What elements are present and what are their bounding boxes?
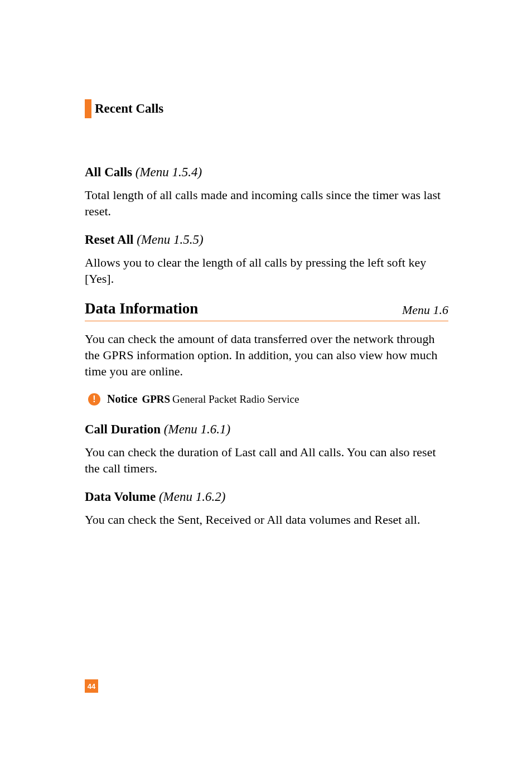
notice-icon: !: [88, 393, 100, 405]
notice-description: General Packet Radio Service: [172, 393, 299, 405]
section-menu: Menu 1.6: [402, 303, 448, 317]
page: Recent Calls All Calls (Menu 1.5.4) Tota…: [0, 0, 532, 758]
body-all-calls: Total length of all calls made and incom…: [85, 187, 448, 219]
header-accent-bar: [85, 99, 91, 118]
header-title: Recent Calls: [95, 102, 163, 116]
heading-menu-ref: (Menu 1.5.5): [137, 233, 203, 247]
body-data-information: You can check the amount of data transfe…: [85, 331, 448, 379]
heading-data-volume: Data Volume (Menu 1.6.2): [85, 490, 448, 504]
heading-text: All Calls: [85, 165, 132, 179]
section-rule-data-information: Data Information Menu 1.6: [85, 300, 448, 321]
body-data-volume: You can check the Sent, Received or All …: [85, 512, 448, 528]
heading-call-duration: Call Duration (Menu 1.6.1): [85, 422, 448, 437]
heading-all-calls: All Calls (Menu 1.5.4): [85, 165, 448, 180]
heading-reset-all: Reset All (Menu 1.5.5): [85, 233, 448, 247]
body-call-duration: You can check the duration of Last call …: [85, 445, 448, 476]
heading-text: Reset All: [85, 233, 134, 247]
page-header: Recent Calls: [85, 99, 448, 118]
section-title: Data Information: [85, 300, 198, 317]
page-number: 44: [85, 679, 98, 693]
notice-row: ! Notice GPRS General Packet Radio Servi…: [85, 393, 448, 405]
notice-label: Notice: [107, 393, 137, 405]
body-reset-all: Allows you to clear the length of all ca…: [85, 255, 448, 287]
heading-text: Data Volume: [85, 490, 156, 504]
heading-menu-ref: (Menu 1.6.1): [164, 422, 230, 436]
heading-menu-ref: (Menu 1.6.2): [159, 490, 225, 504]
notice-gprs: GPRS: [142, 393, 170, 405]
heading-text: Call Duration: [85, 422, 161, 436]
heading-menu-ref: (Menu 1.5.4): [136, 165, 202, 179]
